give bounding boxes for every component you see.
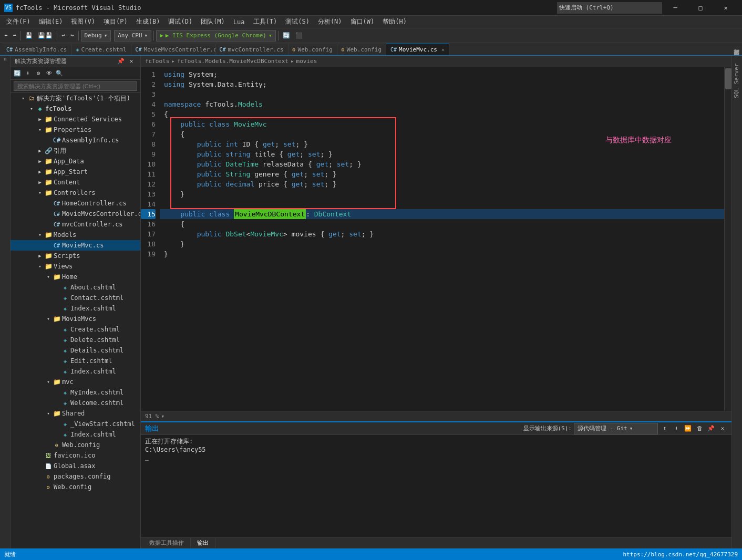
tree-home-folder[interactable]: ▾ 📁 Home <box>11 272 140 282</box>
tab-mvccontroller[interactable]: C# mvcController.cs <box>215 44 288 55</box>
output-close-btn[interactable]: ✕ <box>718 424 727 433</box>
menu-file[interactable]: 文件(F) <box>2 16 35 27</box>
sidebar-search-input[interactable] <box>14 81 137 91</box>
tree-home-index[interactable]: ◈ Index.cshtml <box>11 303 140 314</box>
tree-viewstart[interactable]: ◈ _ViewStart.cshtml <box>11 419 140 429</box>
code-content[interactable]: 与数据库中数据对应 using System; using System.Dat… <box>160 67 724 411</box>
sidebar-collapse-btn[interactable]: ⬇ <box>23 69 33 78</box>
run-button[interactable]: ▶ ▶ IIS Express (Google Chrome) ▾ <box>156 30 275 42</box>
tab-create[interactable]: ◈ Create.cshtml <box>71 44 131 55</box>
debug-config-dropdown[interactable]: Debug ▾ <box>81 30 111 42</box>
tree-views[interactable]: ▾ 📁 Views <box>11 261 140 272</box>
menu-team[interactable]: 团队(M) <box>197 16 229 27</box>
tree-scripts[interactable]: ▶ 📁 Scripts <box>11 251 140 261</box>
menu-debug[interactable]: 调试(D) <box>164 16 197 27</box>
sidebar-props-btn[interactable]: ⚙ <box>34 69 43 78</box>
menu-lua[interactable]: Lua <box>229 17 249 27</box>
editor-scrollbar[interactable] <box>724 67 731 411</box>
shared-index-icon: ◈ <box>61 430 69 439</box>
tree-appstart[interactable]: ▶ 📁 App_Start <box>11 167 140 177</box>
tree-views-webconfig[interactable]: ⚙ Web.config <box>11 440 140 450</box>
tab-assemblyinfo[interactable]: C# AssemblyInfo.cs <box>2 44 71 55</box>
tree-moviemvcs-index[interactable]: ◈ Index.cshtml <box>11 366 140 377</box>
close-button[interactable]: ✕ <box>714 0 738 16</box>
toolbar-forward[interactable]: ➡ <box>11 30 19 42</box>
toolbar-back[interactable]: ⬅ <box>2 30 10 42</box>
toolbar-redo[interactable]: ↪ <box>68 30 76 42</box>
bottom-tab-output[interactable]: 输出 <box>191 538 215 548</box>
tree-delete[interactable]: ◈ Delete.cshtml <box>11 335 140 345</box>
tab-webconfig2[interactable]: ⚙ Web.config <box>337 44 386 55</box>
code-editor[interactable]: 1 2 3 4 5 6 7 8 9 10 11 12 13 14 15 16 1… <box>141 67 731 411</box>
toolbar-undo[interactable]: ↩ <box>59 30 67 42</box>
zoom-dropdown-icon[interactable]: ▾ <box>161 413 165 420</box>
sidebar-close-button[interactable]: ✕ <box>127 57 136 66</box>
tree-welcome[interactable]: ◈ Welcome.cshtml <box>11 398 140 408</box>
tree-globalasax[interactable]: 📄 Global.asax <box>11 461 140 471</box>
menu-view[interactable]: 视图(V) <box>67 16 99 27</box>
tree-solution[interactable]: ▾ 🗂 解决方案'fcTools'(1 个项目) <box>11 93 140 103</box>
quick-search[interactable]: 快速启动 (Ctrl+Q) <box>557 2 662 14</box>
tree-properties[interactable]: ▾ 📁 Properties <box>11 125 140 135</box>
toolbar-save[interactable]: 💾 <box>23 30 35 42</box>
output-btn-3[interactable]: ⏩ <box>683 424 693 433</box>
output-btn-4[interactable]: 🗑 <box>695 424 704 433</box>
tree-content[interactable]: ▶ 📁 Content <box>11 177 140 188</box>
tree-shared-index[interactable]: ◈ Index.cshtml <box>11 429 140 440</box>
annotation-text: 与数据库中数据对应 <box>605 136 672 144</box>
tab-webconfig1[interactable]: ⚙ Web.config <box>288 44 337 55</box>
tree-details[interactable]: ◈ Details.cshtml <box>11 345 140 356</box>
output-btn-1[interactable]: ⬆ <box>660 424 669 433</box>
tree-mvccontroller[interactable]: C# mvcController.cs <box>11 219 140 230</box>
tab-close-icon[interactable]: ✕ <box>441 47 445 53</box>
menu-project[interactable]: 项目(P) <box>99 16 132 27</box>
minimize-button[interactable]: ─ <box>663 0 687 16</box>
tab-moviemvcscontroller[interactable]: C# MovieMvcsController.cs <box>131 44 215 55</box>
tree-myindex[interactable]: ◈ MyIndex.cshtml <box>11 387 140 398</box>
tree-appdata[interactable]: ▶ 📁 App_Data <box>11 156 140 167</box>
tree-models[interactable]: ▾ 📁 Models <box>11 230 140 240</box>
menu-edit[interactable]: 编辑(E) <box>35 16 67 27</box>
tree-assemblyinfo[interactable]: C# AssemblyInfo.cs <box>11 135 140 146</box>
menu-test[interactable]: 测试(S) <box>281 16 314 27</box>
tree-webconfig[interactable]: ⚙ Web.config <box>11 482 140 492</box>
tree-about[interactable]: ◈ About.cshtml <box>11 282 140 293</box>
bottom-tab-datatool[interactable]: 数据工具操作 <box>143 538 191 548</box>
sidebar-view-btn[interactable]: 👁 <box>44 69 54 78</box>
tab-moviemvc[interactable]: C# MovieMvc.cs ✕ <box>386 44 449 55</box>
menu-analyze[interactable]: 分析(N) <box>314 16 346 27</box>
tree-create[interactable]: ◈ Create.cshtml <box>11 324 140 335</box>
tree-moviemvcs-folder[interactable]: ▾ 📁 MovieMvcs <box>11 314 140 324</box>
toolbar-refresh[interactable]: 🔄 <box>281 30 292 42</box>
tree-edit[interactable]: ◈ Edit.cshtml <box>11 356 140 366</box>
tree-project[interactable]: ▾ ◆ fcTools <box>11 103 140 114</box>
menu-build[interactable]: 生成(B) <box>132 16 164 27</box>
menu-tools[interactable]: 工具(T) <box>249 16 282 27</box>
sidebar-pin-button[interactable]: 📌 <box>116 57 126 66</box>
tree-connected-services[interactable]: ▶ 📁 Connected Services <box>11 114 140 125</box>
sidebar-filter-btn[interactable]: 🔍 <box>55 69 64 78</box>
homecontroller-icon: C# <box>53 199 61 208</box>
tree-refs[interactable]: ▶ 🔗 引用 <box>11 146 140 156</box>
maximize-button[interactable]: □ <box>688 0 713 16</box>
toolbar-stop[interactable]: ⬛ <box>293 30 305 42</box>
output-source-dropdown[interactable]: 源代码管理 - Git ▾ <box>574 423 658 434</box>
tree-moviemvc[interactable]: C# MovieMvc.cs <box>11 240 140 251</box>
menu-help[interactable]: 帮助(H) <box>378 16 411 27</box>
toolbar-save-all[interactable]: 💾💾 <box>36 30 55 42</box>
tree-mvc-folder[interactable]: ▾ 📁 mvc <box>11 377 140 387</box>
sidebar-refresh-btn[interactable]: 🔄 <box>13 69 22 78</box>
menu-window[interactable]: 窗口(W) <box>346 16 379 27</box>
tab-label: MovieMvc.cs <box>399 46 437 53</box>
tree-contact[interactable]: ◈ Contact.cshtml <box>11 293 140 303</box>
tree-moviemvcscontroller[interactable]: C# MovieMvcsController.cs <box>11 209 140 219</box>
left-panel-toggle[interactable]: ≡ <box>1 56 9 63</box>
platform-dropdown[interactable]: Any CPU ▾ <box>114 30 151 42</box>
tree-packages[interactable]: ⚙ packages.config <box>11 471 140 482</box>
output-pin-btn[interactable]: 📌 <box>706 424 716 433</box>
tree-favicon[interactable]: 🖼 favicon.ico <box>11 450 140 461</box>
output-btn-2[interactable]: ⬇ <box>672 424 681 433</box>
tree-controllers[interactable]: ▾ 📁 Controllers <box>11 188 140 198</box>
tree-shared-folder[interactable]: ▾ 📁 Shared <box>11 408 140 419</box>
tree-homecontroller[interactable]: C# HomeController.cs <box>11 198 140 209</box>
